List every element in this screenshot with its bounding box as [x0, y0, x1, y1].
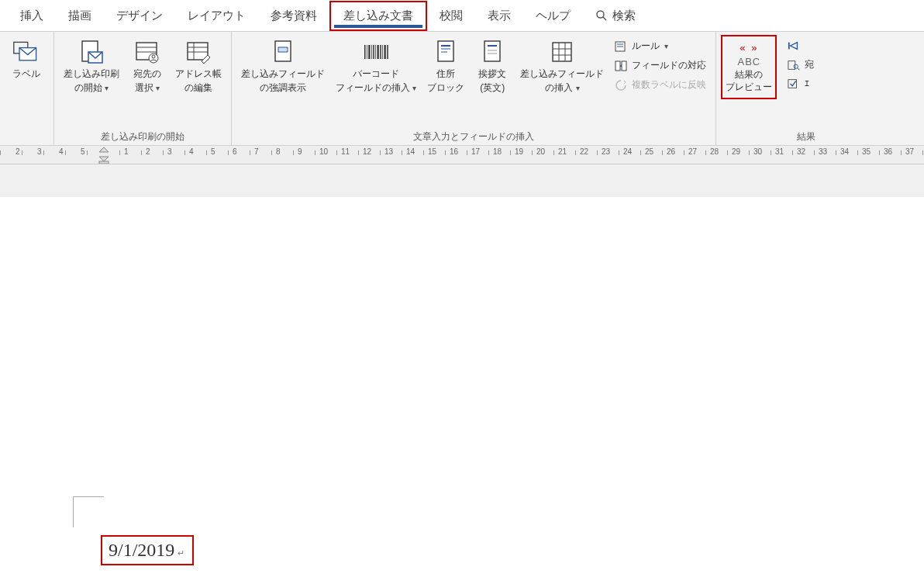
- ruler-tick: 13: [384, 147, 393, 156]
- chevron-down-icon: ▾: [156, 84, 160, 92]
- ruler-tick: 33: [819, 147, 827, 156]
- svg-rect-28: [438, 41, 453, 61]
- address-block-label-l2: ブロック: [427, 81, 464, 94]
- greeting-line-button[interactable]: 挨拶文 (英文): [471, 35, 514, 97]
- ruler-tick: 1: [124, 147, 129, 156]
- ruler-tick: 5: [81, 147, 85, 156]
- highlight-merge-fields-button[interactable]: 差し込みフィールド の強調表示: [236, 35, 329, 97]
- check-errors-icon: [788, 78, 800, 90]
- find-recipient-button[interactable]: 宛: [784, 57, 817, 73]
- update-labels-label: 複数ラベルに反映: [632, 78, 706, 92]
- greeting-line-label-l2: (英文): [480, 81, 505, 94]
- preview-results-button[interactable]: « » ABC 結果の プレビュー: [721, 35, 777, 99]
- svg-rect-21: [373, 45, 374, 59]
- tab-insert[interactable]: 挿入: [8, 2, 56, 29]
- first-record-icon: [788, 40, 800, 52]
- edit-recipients-button[interactable]: アドレス帳 の編集: [171, 35, 226, 97]
- select-recipients-icon: [133, 38, 161, 66]
- group-create-label: [5, 131, 49, 143]
- tab-design[interactable]: デザイン: [104, 2, 175, 29]
- labels-icon: [12, 38, 40, 66]
- margin-corner-mark: [73, 496, 104, 527]
- labels-button[interactable]: ラベル: [5, 35, 48, 83]
- ribbon-group-preview: « » ABC 結果の プレビュー 宛: [716, 32, 823, 145]
- group-preview-label: 結果: [721, 129, 819, 143]
- insert-merge-field-button[interactable]: 差し込みフィールド の挿入 ▾: [515, 35, 609, 97]
- svg-rect-26: [384, 45, 386, 59]
- ruler-tick: 10: [319, 147, 328, 156]
- svg-rect-45: [622, 61, 626, 71]
- ruler-tick: 8: [276, 147, 281, 156]
- rules-icon: [615, 40, 627, 53]
- ruler-tick: 6: [233, 147, 237, 156]
- start-mail-merge-label-l1: 差し込み印刷: [64, 67, 119, 80]
- tab-review[interactable]: 校閲: [427, 2, 475, 29]
- ruler-tick: 3: [167, 147, 172, 156]
- ruler-tick: 2: [146, 147, 150, 156]
- highlight-merge-fields-label-l1: 差し込みフィールド: [241, 67, 325, 80]
- svg-rect-36: [553, 43, 571, 61]
- ruler-tick: 4: [189, 147, 194, 156]
- svg-point-0: [597, 11, 604, 18]
- ruler-tick: 15: [428, 147, 436, 156]
- insert-merge-field-label-l1: 差し込みフィールド: [520, 67, 604, 80]
- indent-marker-icon[interactable]: [98, 146, 110, 164]
- ruler-tick: 37: [905, 147, 914, 156]
- ruler-tick: 17: [471, 147, 480, 156]
- document-canvas[interactable]: 9/1/2019 ↵: [0, 164, 924, 584]
- address-block-button[interactable]: 住所 ブロック: [422, 35, 469, 97]
- ruler-tick: 25: [645, 147, 653, 156]
- ruler-tick: 27: [688, 147, 697, 156]
- ruler-tick: 35: [862, 147, 871, 156]
- barcode-icon: [362, 38, 390, 66]
- search-icon: [595, 9, 608, 22]
- group-write-label: 文章入力とフィールドの挿入: [236, 129, 711, 143]
- ruler-tick: 22: [580, 147, 588, 156]
- chevron-down-icon: ▾: [576, 84, 580, 92]
- insert-merge-field-label-l2: の挿入: [545, 82, 573, 93]
- address-block-label-l1: 住所: [436, 67, 455, 80]
- start-mail-merge-button[interactable]: 差し込み印刷 の開始 ▾: [59, 35, 124, 97]
- chevron-down-icon: ▾: [105, 84, 109, 92]
- svg-rect-52: [788, 80, 797, 88]
- ruler-tick: 28: [710, 147, 719, 156]
- ruler-tick: 21: [558, 147, 567, 156]
- select-recipients-button[interactable]: 宛先の 選択 ▾: [126, 35, 169, 97]
- ruler-tick: 24: [623, 147, 632, 156]
- highlight-merge-fields-icon: [269, 38, 297, 66]
- ruler-tick: 5: [211, 147, 215, 156]
- tab-references[interactable]: 参考資料: [258, 2, 329, 29]
- select-recipients-label-l1: 宛先の: [133, 67, 161, 80]
- svg-rect-17: [364, 45, 366, 59]
- ruler-tick: 9: [298, 147, 302, 156]
- start-mail-merge-label-l2: の開始: [74, 82, 102, 93]
- search-button[interactable]: 検索: [583, 2, 648, 29]
- rules-button[interactable]: ルール ▾: [612, 38, 709, 54]
- ribbon-tab-bar: 挿入 描画 デザイン レイアウト 参考資料 差し込み文書 校閲 表示 ヘルプ 検…: [0, 0, 924, 31]
- first-record-button[interactable]: [784, 38, 817, 54]
- horizontal-ruler[interactable]: 5432112345678910111213141516171819202122…: [0, 146, 924, 164]
- match-fields-button[interactable]: フィールドの対応: [612, 57, 709, 74]
- rules-label: ルール: [632, 40, 660, 53]
- ruler-tick: 7: [254, 147, 259, 156]
- tab-help[interactable]: ヘルプ: [523, 2, 583, 29]
- tab-draw[interactable]: 描画: [56, 2, 104, 29]
- chevron-down-icon: ▾: [412, 84, 416, 92]
- merge-field-date[interactable]: 9/1/2019 ↵: [101, 535, 194, 565]
- svg-rect-24: [380, 45, 381, 59]
- ruler-tick: 23: [602, 147, 610, 156]
- svg-rect-55: [99, 161, 109, 164]
- ruler-tick: 16: [450, 147, 458, 156]
- svg-rect-22: [375, 45, 376, 59]
- document-page: [0, 197, 924, 584]
- tab-layout[interactable]: レイアウト: [175, 2, 258, 29]
- preview-label-l2: プレビュー: [726, 81, 772, 93]
- ruler-tick: 3: [37, 147, 42, 156]
- check-errors-button[interactable]: ｴ: [784, 76, 817, 92]
- barcode-field-button[interactable]: バーコード フィールドの挿入 ▾: [331, 35, 421, 97]
- ribbon-group-write-insert: 差し込みフィールド の強調表示 バーコード フィールドの挿入 ▾: [232, 32, 716, 145]
- match-fields-label: フィールドの対応: [632, 59, 706, 72]
- tab-mailings[interactable]: 差し込み文書: [329, 1, 427, 31]
- ribbon-group-start-merge: 差し込み印刷 の開始 ▾ 宛先の 選択 ▾ アドレス帳 の編集 差し込み印刷の開…: [54, 32, 232, 145]
- tab-view[interactable]: 表示: [475, 2, 523, 29]
